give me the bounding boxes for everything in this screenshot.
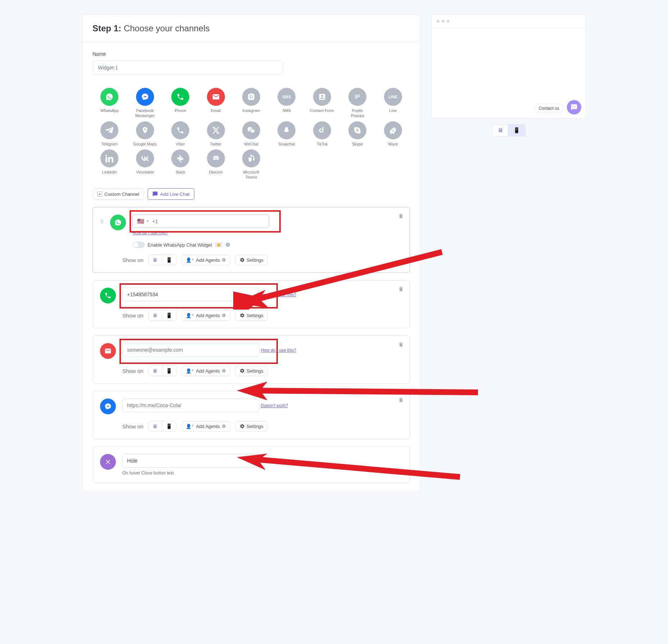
- channel-sms[interactable]: SMSSMS: [270, 88, 303, 118]
- channel-poptin[interactable]: Poptin Popups: [340, 88, 374, 118]
- maps-icon: [141, 126, 149, 134]
- add-live-chat-button[interactable]: Add Live Chat: [148, 188, 194, 200]
- preview-desktop-tab[interactable]: 🖥: [492, 125, 508, 136]
- phone-input[interactable]: [122, 288, 259, 301]
- help-link[interactable]: How do I use this?: [261, 348, 296, 353]
- skype-icon: [353, 126, 361, 134]
- add-agent-icon: 👤⁺: [186, 257, 194, 263]
- channel-snapchat[interactable]: Snapchat: [270, 121, 303, 147]
- email-icon: [212, 93, 220, 101]
- device-toggle: 🖥 📱: [148, 421, 176, 432]
- channel-viber[interactable]: Viber: [163, 121, 197, 147]
- email-input[interactable]: [122, 343, 259, 357]
- add-agents-button[interactable]: 👤⁺Add Agents: [181, 255, 230, 265]
- viber-icon: [176, 126, 184, 134]
- messenger-card-icon: [100, 398, 116, 414]
- flag-select[interactable]: 🇺🇸 ▼: [137, 218, 149, 225]
- drag-handle-icon[interactable]: ⠿: [100, 219, 104, 225]
- add-agents-button[interactable]: 👤⁺Add Agents: [181, 366, 230, 376]
- contact-chip[interactable]: Contact us: [534, 104, 564, 113]
- channel-tiktok[interactable]: TikTok: [305, 121, 339, 147]
- device-desktop-button[interactable]: 🖥: [149, 310, 162, 320]
- preview-body: Contact us: [432, 28, 586, 118]
- channel-teams[interactable]: Microsoft Teams: [234, 149, 268, 180]
- whatsapp-icon: [105, 93, 113, 101]
- info-icon: [222, 258, 226, 262]
- name-input[interactable]: [92, 60, 283, 75]
- add-agents-button[interactable]: 👤⁺Add Agents: [181, 310, 230, 321]
- settings-button[interactable]: Settings: [235, 310, 268, 321]
- channel-telegram[interactable]: Telegram: [92, 121, 126, 147]
- info-icon: [222, 313, 226, 318]
- info-icon[interactable]: [225, 242, 230, 247]
- device-toggle: 🖥 📱: [148, 255, 176, 265]
- channel-phone[interactable]: Phone: [163, 88, 197, 118]
- help-link[interactable]: How do I use this?: [132, 230, 168, 235]
- chat-bubble-icon[interactable]: [567, 100, 581, 114]
- chat-icon: [152, 191, 158, 197]
- info-icon: [222, 424, 226, 428]
- gear-icon: [240, 257, 245, 262]
- help-link[interactable]: Doesn't work?: [261, 403, 288, 408]
- gear-icon: [240, 313, 245, 318]
- close-text-input[interactable]: [122, 454, 259, 468]
- close-card-icon: [100, 454, 116, 470]
- close-card: On hover Close button text: [92, 446, 410, 483]
- wechat-icon: [247, 126, 255, 134]
- messenger-icon: [141, 93, 149, 101]
- gear-icon: [240, 424, 245, 429]
- telegram-icon: [105, 126, 113, 134]
- add-agent-icon: 👤⁺: [186, 313, 194, 318]
- twitter-icon: [212, 126, 220, 134]
- device-desktop-button[interactable]: 🖥: [149, 255, 162, 265]
- channel-linkedin[interactable]: Linkedin: [92, 149, 126, 180]
- preview-header: [432, 15, 586, 28]
- channel-skype[interactable]: Skype: [340, 121, 374, 147]
- channel-waze[interactable]: Waze: [376, 121, 410, 147]
- channel-vkontakte[interactable]: Vkontakte: [128, 149, 162, 180]
- channel-wechat[interactable]: WeChat: [234, 121, 268, 147]
- show-on-label: Show on: [122, 368, 143, 374]
- device-mobile-button[interactable]: 📱: [162, 421, 176, 431]
- channel-instagram[interactable]: Instagram: [234, 88, 268, 118]
- preview-mobile-tab[interactable]: 📱: [508, 125, 525, 136]
- channel-slack[interactable]: Slack: [163, 149, 197, 180]
- info-icon: [222, 369, 226, 373]
- channel-discord[interactable]: Discord: [199, 149, 233, 180]
- device-mobile-button[interactable]: 📱: [162, 366, 176, 376]
- custom-channel-button[interactable]: + Custom Channel: [92, 188, 144, 200]
- device-mobile-button[interactable]: 📱: [162, 255, 176, 265]
- channel-contact-form[interactable]: Contact Form: [305, 88, 339, 118]
- show-on-label: Show on: [122, 312, 143, 319]
- snapchat-icon: [283, 126, 290, 134]
- whatsapp-phone-input[interactable]: 🇺🇸 ▼ +1: [132, 215, 269, 228]
- add-agents-button[interactable]: 👤⁺Add Agents: [181, 421, 230, 432]
- whatsapp-card: ⠿ 🇺🇸 ▼ +1 How do I use this? Enable What: [92, 207, 410, 273]
- settings-button[interactable]: Settings: [235, 421, 268, 432]
- device-toggle: 🖥 📱: [148, 365, 176, 376]
- instagram-icon: [247, 93, 255, 101]
- settings-button[interactable]: Settings: [235, 366, 268, 376]
- help-link[interactable]: How do I use this?: [261, 292, 296, 297]
- linkedin-icon: [105, 154, 113, 162]
- channel-whatsapp[interactable]: WhatsApp: [92, 88, 126, 118]
- device-desktop-button[interactable]: 🖥: [149, 366, 162, 376]
- channel-email[interactable]: Email: [199, 88, 233, 118]
- settings-button[interactable]: Settings: [235, 255, 268, 265]
- messenger-input[interactable]: [122, 398, 259, 412]
- tiktok-icon: [318, 126, 326, 134]
- device-desktop-button[interactable]: 🖥: [149, 421, 162, 431]
- whatsapp-toggle[interactable]: [132, 242, 145, 248]
- channel-google-maps[interactable]: Google Maps: [128, 121, 162, 147]
- name-label: Name: [92, 51, 410, 57]
- device-mobile-button[interactable]: 📱: [162, 310, 176, 320]
- trash-icon[interactable]: [398, 397, 404, 403]
- channel-line[interactable]: LINELine: [376, 88, 410, 118]
- slack-icon: [176, 154, 184, 162]
- show-on-label: Show on: [122, 423, 143, 429]
- add-agent-icon: 👤⁺: [186, 368, 194, 374]
- channel-messenger[interactable]: Facebook Messenger: [128, 88, 162, 118]
- channel-twitter[interactable]: Twitter: [199, 121, 233, 147]
- messenger-card: Doesn't work? Show on 🖥 📱 👤⁺Add Agents S…: [92, 391, 410, 439]
- whatsapp-phone-field[interactable]: [161, 219, 265, 224]
